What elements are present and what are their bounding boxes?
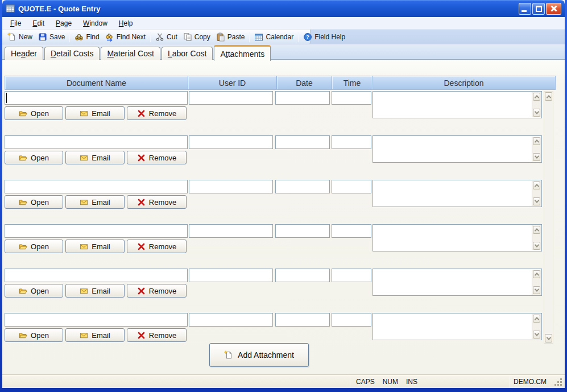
document-name-input[interactable] (5, 313, 188, 327)
open-button[interactable]: Open (5, 151, 63, 164)
time-input[interactable] (332, 224, 371, 238)
find-next-button[interactable]: Find Next (102, 31, 148, 43)
description-textarea[interactable] (373, 135, 542, 163)
date-input[interactable] (275, 313, 330, 327)
scroll-down-button[interactable] (533, 153, 540, 161)
description-textarea[interactable] (373, 91, 542, 118)
new-button[interactable]: New (5, 31, 35, 43)
find-button[interactable]: Find (72, 31, 102, 43)
user-id-input[interactable] (189, 135, 273, 149)
description-scrollbar[interactable] (532, 92, 541, 117)
remove-button[interactable]: Remove (127, 106, 187, 120)
scroll-down-button[interactable] (533, 109, 540, 117)
maximize-button[interactable] (532, 3, 545, 15)
time-input[interactable] (332, 180, 371, 193)
user-id-input[interactable] (189, 269, 273, 282)
open-button[interactable]: Open (5, 284, 63, 298)
menu-edit[interactable]: Edit (27, 18, 50, 29)
open-button-label: Open (31, 154, 49, 162)
description-scrollbar[interactable] (532, 314, 541, 339)
user-id-input[interactable] (189, 224, 273, 238)
panel-scroll-down-button[interactable] (545, 334, 552, 343)
grip-dots (560, 384, 562, 386)
remove-button[interactable]: Remove (127, 328, 187, 342)
email-button[interactable]: Email (65, 328, 125, 342)
description-scrollbar[interactable] (532, 225, 541, 250)
open-button[interactable]: Open (5, 195, 63, 209)
document-name-input[interactable] (5, 224, 188, 238)
time-input[interactable] (332, 269, 371, 282)
scroll-up-button[interactable] (533, 270, 540, 278)
description-textarea[interactable] (373, 180, 542, 207)
document-name-input[interactable] (5, 91, 188, 105)
remove-button[interactable]: Remove (127, 195, 187, 209)
scroll-up-button[interactable] (533, 137, 540, 145)
field-help-button[interactable]: ? Field Help (300, 31, 348, 43)
date-input[interactable] (275, 91, 330, 105)
remove-button[interactable]: Remove (127, 284, 187, 298)
menu-window[interactable]: Window (77, 18, 113, 29)
date-input[interactable] (275, 224, 330, 238)
user-id-input[interactable] (189, 313, 273, 327)
scroll-down-button[interactable] (533, 197, 540, 205)
email-button[interactable]: Email (65, 195, 125, 209)
description-scrollbar[interactable] (532, 270, 541, 295)
document-name-input[interactable] (5, 180, 188, 193)
description-textarea[interactable] (373, 313, 542, 340)
time-input[interactable] (332, 313, 371, 327)
email-button[interactable]: Email (65, 284, 125, 298)
date-input[interactable] (275, 180, 330, 193)
save-button[interactable]: Save (35, 31, 68, 43)
chevron-down-icon (534, 287, 539, 291)
description-textarea[interactable] (373, 269, 542, 296)
email-button[interactable]: Email (65, 106, 125, 120)
scroll-up-button[interactable] (533, 226, 540, 234)
cut-button[interactable]: Cut (152, 31, 180, 43)
calendar-button[interactable]: Calendar (251, 31, 296, 43)
email-button[interactable]: Email (65, 151, 125, 164)
scroll-down-button[interactable] (533, 286, 540, 294)
open-button-label: Open (31, 331, 49, 340)
tab-material-cost[interactable]: Material Cost (101, 47, 160, 60)
email-button[interactable]: Email (65, 240, 125, 253)
tab-detail-costs[interactable]: Detail Costs (44, 47, 100, 60)
time-input[interactable] (332, 135, 371, 149)
attachment-row: Open Email Remove (5, 224, 556, 269)
open-button[interactable]: Open (5, 328, 63, 342)
user-id-input[interactable] (189, 180, 273, 193)
scroll-down-button[interactable] (533, 242, 540, 250)
scroll-down-button[interactable] (533, 331, 540, 339)
paste-button[interactable]: Paste (213, 31, 248, 43)
open-button[interactable]: Open (5, 240, 63, 253)
description-scrollbar[interactable] (532, 181, 541, 206)
open-button[interactable]: Open (5, 106, 63, 120)
user-id-input[interactable] (189, 91, 273, 105)
chevron-down-icon (534, 198, 539, 203)
panel-scroll-up-button[interactable] (545, 92, 552, 101)
panel-scrollbar[interactable] (544, 91, 553, 344)
tab-labor-cost[interactable]: Labor Cost (162, 47, 213, 60)
date-input[interactable] (275, 135, 330, 149)
application-window: QUOTE.E - Quote Entry File Edit Page Win… (0, 0, 567, 392)
menu-page[interactable]: Page (50, 18, 77, 29)
menu-help[interactable]: Help (113, 18, 139, 29)
tab-header[interactable]: Header (5, 47, 43, 60)
scroll-up-button[interactable] (533, 181, 540, 189)
menu-file[interactable]: File (5, 18, 27, 29)
resize-grip[interactable] (550, 375, 565, 388)
description-textarea[interactable] (373, 224, 542, 251)
tab-attachments[interactable]: Attachments (214, 45, 271, 61)
copy-button[interactable]: Copy (180, 31, 213, 43)
scroll-up-button[interactable] (533, 93, 540, 101)
scroll-up-button[interactable] (533, 315, 540, 323)
document-name-input[interactable] (5, 135, 188, 149)
description-scrollbar[interactable] (532, 137, 541, 162)
document-name-input[interactable] (5, 269, 188, 282)
remove-button[interactable]: Remove (127, 151, 187, 164)
minimize-button[interactable] (519, 3, 531, 15)
date-input[interactable] (275, 269, 330, 282)
remove-button[interactable]: Remove (127, 240, 187, 253)
time-input[interactable] (332, 91, 371, 105)
close-button[interactable] (546, 3, 561, 15)
add-attachment-button[interactable]: Add Attachment (209, 343, 309, 367)
